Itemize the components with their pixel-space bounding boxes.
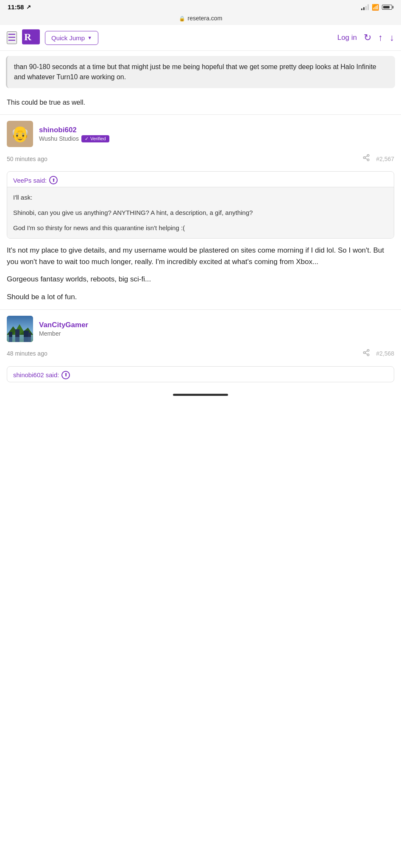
nav-right-actions: Log in ↻ ↑ ↓ (337, 32, 394, 43)
post-header-vancity: VanCityGamer Member (0, 310, 401, 346)
address-bar: 🔒 resetera.com (0, 13, 401, 25)
post-actions-vancity: #2,568 (362, 349, 394, 359)
site-logo[interactable]: R (22, 29, 40, 46)
post-meta-shinobi602: 50 minutes ago #2,567 (0, 151, 401, 168)
scroll-down-button[interactable]: ↓ (390, 32, 394, 43)
quote-header-shinobi602: shinobi602 said: ⬆ (7, 367, 394, 382)
url-text: resetera.com (188, 15, 223, 22)
quote-up-icon-2[interactable]: ⬆ (61, 371, 70, 379)
wifi-icon: 📶 (372, 4, 379, 11)
svg-line-6 (365, 156, 368, 157)
post-actions-shinobi602: #2,567 (362, 154, 394, 164)
svg-rect-15 (7, 337, 33, 342)
post-number-vancity: #2,568 (376, 350, 394, 357)
post-header: 👴 shinobi602 Wushu Studios ✓ Verified (0, 115, 401, 151)
verified-check-icon: ✓ (85, 136, 89, 142)
battery-icon (382, 5, 393, 10)
post-time-vancity: 48 minutes ago (7, 350, 362, 357)
quote-block-veeps: VeePs said: ⬆ I'll ask: Shinobi, can you… (7, 171, 394, 239)
post-number-shinobi602: #2,567 (376, 156, 394, 162)
status-bar: 11:58 ↗ 📶 (0, 0, 401, 13)
scroll-up-button[interactable]: ↑ (378, 32, 383, 43)
post-text-shinobi602: It's not my place to give details, and m… (7, 245, 394, 303)
quote-content-veeps: I'll ask: Shinobi, can you give us anyth… (7, 187, 394, 238)
hamburger-menu-button[interactable]: ☰ (7, 31, 17, 44)
user-info-vancity: VanCityGamer Member (39, 321, 88, 337)
quote-header-veeps: VeePs said: ⬆ (7, 172, 394, 187)
post-shinobi602: 👴 shinobi602 Wushu Studios ✓ Verified 50… (0, 114, 401, 309)
quote-author-veeps[interactable]: VeePs said: (13, 177, 47, 184)
username-shinobi602[interactable]: shinobi602 (39, 126, 109, 134)
quote-truncated-shinobi602: shinobi602 said: ⬆ (7, 366, 394, 382)
status-icons: 📶 (361, 4, 393, 11)
refresh-button[interactable]: ↻ (364, 32, 371, 43)
post-vancitygamer: VanCityGamer Member 48 minutes ago #2,56… (0, 309, 401, 389)
partial-post-text: than 90-180 seconds at a time but that m… (14, 63, 376, 81)
post-body-shinobi602: VeePs said: ⬆ I'll ask: Shinobi, can you… (0, 168, 401, 309)
user-role-vancity: Member (39, 330, 88, 337)
home-indicator (0, 389, 401, 403)
quick-jump-button[interactable]: Quick Jump ▼ (45, 31, 98, 45)
svg-line-19 (365, 353, 368, 354)
svg-line-5 (365, 158, 368, 159)
user-role-shinobi602: Wushu Studios ✓ Verified (39, 135, 109, 142)
signal-icon (361, 4, 369, 10)
standalone-post-text: This could be true as well. (0, 93, 401, 114)
user-info-shinobi602: shinobi602 Wushu Studios ✓ Verified (39, 126, 109, 142)
quote-up-icon[interactable]: ⬆ (49, 176, 58, 184)
chevron-down-icon: ▼ (87, 35, 92, 40)
svg-text:R: R (24, 31, 32, 42)
partial-post: than 90-180 seconds at a time but that m… (6, 56, 395, 88)
share-icon-shinobi602[interactable] (362, 154, 370, 164)
post-meta-vancity: 48 minutes ago #2,568 (0, 346, 401, 363)
avatar-shinobi602: 👴 (7, 121, 33, 147)
page-content: than 90-180 seconds at a time but that m… (0, 56, 401, 389)
username-vancity[interactable]: VanCityGamer (39, 321, 88, 329)
post-time-shinobi602: 50 minutes ago (7, 156, 362, 162)
svg-line-20 (365, 351, 368, 352)
quick-jump-label: Quick Jump (51, 34, 85, 42)
status-time: 11:58 ↗ (8, 3, 31, 11)
login-button[interactable]: Log in (337, 33, 357, 42)
nav-bar: ☰ R Quick Jump ▼ Log in ↻ ↑ ↓ (0, 25, 401, 51)
share-icon-vancity[interactable] (362, 349, 370, 359)
time-label: 11:58 (8, 3, 24, 11)
quote-author-shinobi602[interactable]: shinobi602 said: (13, 371, 59, 378)
location-icon: ↗ (26, 4, 31, 10)
avatar-vancitygamer (7, 316, 33, 342)
lock-icon: 🔒 (179, 16, 185, 22)
verified-badge: ✓ Verified (81, 135, 109, 142)
post-body-vancity: shinobi602 said: ⬆ (0, 363, 401, 389)
home-bar (173, 394, 228, 396)
